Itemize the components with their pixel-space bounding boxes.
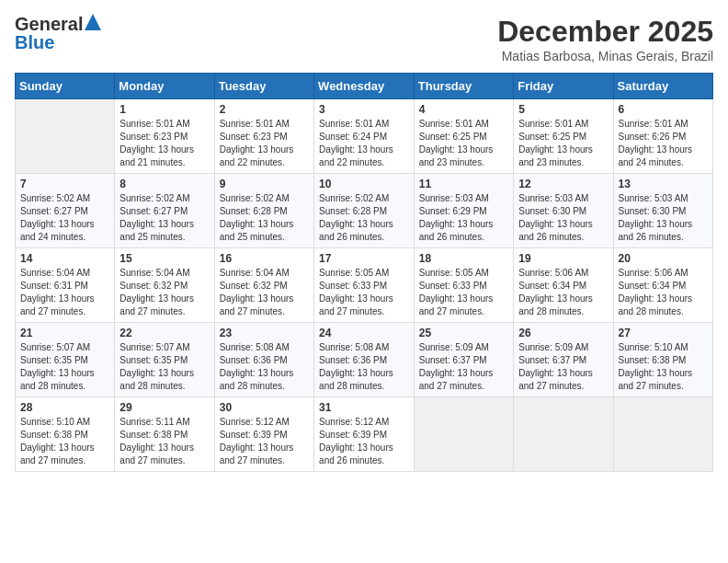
calendar-table: SundayMondayTuesdayWednesdayThursdayFrid… xyxy=(15,73,713,472)
day-number: 1 xyxy=(119,103,209,116)
day-number: 5 xyxy=(518,103,608,116)
day-number: 15 xyxy=(119,252,209,265)
day-number: 21 xyxy=(20,327,109,339)
calendar-day-cell: 4Sunrise: 5:01 AM Sunset: 6:25 PM Daylig… xyxy=(414,99,513,174)
day-info: Sunrise: 5:02 AM Sunset: 6:28 PM Dayligh… xyxy=(220,192,309,244)
calendar-day-cell xyxy=(16,99,115,174)
day-number: 28 xyxy=(20,401,109,414)
day-info: Sunrise: 5:04 AM Sunset: 6:32 PM Dayligh… xyxy=(220,267,309,318)
calendar-day-cell: 13Sunrise: 5:03 AM Sunset: 6:30 PM Dayli… xyxy=(613,174,713,248)
day-number: 17 xyxy=(319,252,409,265)
day-number: 18 xyxy=(419,252,508,265)
day-info: Sunrise: 5:11 AM Sunset: 6:38 PM Dayligh… xyxy=(119,416,209,467)
day-info: Sunrise: 5:03 AM Sunset: 6:30 PM Dayligh… xyxy=(619,192,709,244)
day-number: 10 xyxy=(319,178,409,190)
day-number: 29 xyxy=(119,401,209,414)
calendar-day-cell: 11Sunrise: 5:03 AM Sunset: 6:29 PM Dayli… xyxy=(414,174,513,248)
calendar-day-cell: 28Sunrise: 5:10 AM Sunset: 6:38 PM Dayli… xyxy=(16,397,115,472)
calendar-day-cell: 6Sunrise: 5:01 AM Sunset: 6:26 PM Daylig… xyxy=(613,99,713,174)
day-number: 13 xyxy=(619,178,709,190)
day-number: 20 xyxy=(619,252,709,265)
day-info: Sunrise: 5:01 AM Sunset: 6:23 PM Dayligh… xyxy=(119,118,209,169)
page-header: General Blue December 2025 Matias Barbos… xyxy=(15,15,713,63)
calendar-day-cell: 12Sunrise: 5:03 AM Sunset: 6:30 PM Dayli… xyxy=(514,174,613,248)
weekday-header: Tuesday xyxy=(214,74,313,99)
day-info: Sunrise: 5:04 AM Sunset: 6:31 PM Dayligh… xyxy=(20,267,109,318)
calendar-day-cell: 1Sunrise: 5:01 AM Sunset: 6:23 PM Daylig… xyxy=(115,99,214,174)
calendar-day-cell: 29Sunrise: 5:11 AM Sunset: 6:38 PM Dayli… xyxy=(115,397,214,472)
day-number: 22 xyxy=(119,327,209,339)
day-info: Sunrise: 5:05 AM Sunset: 6:33 PM Dayligh… xyxy=(319,267,409,318)
calendar-day-cell: 31Sunrise: 5:12 AM Sunset: 6:39 PM Dayli… xyxy=(314,397,415,472)
day-info: Sunrise: 5:07 AM Sunset: 6:35 PM Dayligh… xyxy=(20,341,109,393)
day-number: 11 xyxy=(419,178,508,190)
logo-general-text: General xyxy=(15,15,83,33)
day-number: 27 xyxy=(619,327,709,339)
day-info: Sunrise: 5:03 AM Sunset: 6:30 PM Dayligh… xyxy=(518,192,608,244)
day-info: Sunrise: 5:10 AM Sunset: 6:38 PM Dayligh… xyxy=(619,341,709,393)
calendar-week-row: 1Sunrise: 5:01 AM Sunset: 6:23 PM Daylig… xyxy=(16,99,713,174)
day-info: Sunrise: 5:05 AM Sunset: 6:33 PM Dayligh… xyxy=(419,267,508,318)
calendar-week-row: 28Sunrise: 5:10 AM Sunset: 6:38 PM Dayli… xyxy=(16,397,713,472)
calendar-day-cell: 17Sunrise: 5:05 AM Sunset: 6:33 PM Dayli… xyxy=(314,248,415,323)
day-number: 14 xyxy=(20,252,109,265)
calendar-day-cell: 16Sunrise: 5:04 AM Sunset: 6:32 PM Dayli… xyxy=(214,248,313,323)
day-info: Sunrise: 5:01 AM Sunset: 6:24 PM Dayligh… xyxy=(319,118,409,169)
title-block: December 2025 Matias Barbosa, Minas Gera… xyxy=(497,15,713,63)
day-info: Sunrise: 5:09 AM Sunset: 6:37 PM Dayligh… xyxy=(518,341,608,393)
day-info: Sunrise: 5:06 AM Sunset: 6:34 PM Dayligh… xyxy=(518,267,608,318)
calendar-day-cell: 27Sunrise: 5:10 AM Sunset: 6:38 PM Dayli… xyxy=(613,323,713,397)
weekday-header: Friday xyxy=(514,74,613,99)
day-number: 7 xyxy=(20,178,109,190)
day-info: Sunrise: 5:09 AM Sunset: 6:37 PM Dayligh… xyxy=(419,341,508,393)
calendar-day-cell xyxy=(514,397,613,472)
calendar-week-row: 14Sunrise: 5:04 AM Sunset: 6:31 PM Dayli… xyxy=(16,248,713,323)
calendar-week-row: 7Sunrise: 5:02 AM Sunset: 6:27 PM Daylig… xyxy=(16,174,713,248)
calendar-day-cell: 2Sunrise: 5:01 AM Sunset: 6:23 PM Daylig… xyxy=(214,99,313,174)
day-number: 30 xyxy=(220,401,309,414)
day-info: Sunrise: 5:08 AM Sunset: 6:36 PM Dayligh… xyxy=(319,341,409,393)
day-number: 26 xyxy=(518,327,608,339)
day-number: 25 xyxy=(419,327,508,339)
day-info: Sunrise: 5:01 AM Sunset: 6:25 PM Dayligh… xyxy=(518,118,608,169)
weekday-header: Saturday xyxy=(613,74,713,99)
day-number: 2 xyxy=(220,103,309,116)
calendar-day-cell: 14Sunrise: 5:04 AM Sunset: 6:31 PM Dayli… xyxy=(16,248,115,323)
day-number: 4 xyxy=(419,103,508,116)
calendar-day-cell xyxy=(414,397,513,472)
calendar-day-cell xyxy=(613,397,713,472)
calendar-day-cell: 15Sunrise: 5:04 AM Sunset: 6:32 PM Dayli… xyxy=(115,248,214,323)
day-info: Sunrise: 5:02 AM Sunset: 6:27 PM Dayligh… xyxy=(20,192,109,244)
calendar-day-cell: 26Sunrise: 5:09 AM Sunset: 6:37 PM Dayli… xyxy=(514,323,613,397)
calendar-day-cell: 22Sunrise: 5:07 AM Sunset: 6:35 PM Dayli… xyxy=(115,323,214,397)
calendar-day-cell: 8Sunrise: 5:02 AM Sunset: 6:27 PM Daylig… xyxy=(115,174,214,248)
location-subtitle: Matias Barbosa, Minas Gerais, Brazil xyxy=(497,49,713,63)
logo: General Blue xyxy=(15,15,101,52)
day-info: Sunrise: 5:02 AM Sunset: 6:27 PM Dayligh… xyxy=(119,192,209,244)
calendar-day-cell: 24Sunrise: 5:08 AM Sunset: 6:36 PM Dayli… xyxy=(314,323,415,397)
logo-icon xyxy=(85,14,101,30)
calendar-day-cell: 7Sunrise: 5:02 AM Sunset: 6:27 PM Daylig… xyxy=(16,174,115,248)
day-number: 16 xyxy=(220,252,309,265)
calendar-day-cell: 9Sunrise: 5:02 AM Sunset: 6:28 PM Daylig… xyxy=(214,174,313,248)
calendar-day-cell: 19Sunrise: 5:06 AM Sunset: 6:34 PM Dayli… xyxy=(514,248,613,323)
day-info: Sunrise: 5:02 AM Sunset: 6:28 PM Dayligh… xyxy=(319,192,409,244)
day-info: Sunrise: 5:10 AM Sunset: 6:38 PM Dayligh… xyxy=(20,416,109,467)
day-info: Sunrise: 5:07 AM Sunset: 6:35 PM Dayligh… xyxy=(119,341,209,393)
weekday-header: Monday xyxy=(115,74,214,99)
day-number: 8 xyxy=(119,178,209,190)
day-info: Sunrise: 5:12 AM Sunset: 6:39 PM Dayligh… xyxy=(319,416,409,467)
calendar-day-cell: 18Sunrise: 5:05 AM Sunset: 6:33 PM Dayli… xyxy=(414,248,513,323)
logo-blue-text: Blue xyxy=(15,33,101,52)
day-number: 19 xyxy=(518,252,608,265)
day-number: 6 xyxy=(619,103,709,116)
day-info: Sunrise: 5:06 AM Sunset: 6:34 PM Dayligh… xyxy=(619,267,709,318)
svg-marker-0 xyxy=(85,14,101,30)
day-info: Sunrise: 5:08 AM Sunset: 6:36 PM Dayligh… xyxy=(220,341,309,393)
month-title: December 2025 xyxy=(497,15,713,49)
calendar-day-cell: 25Sunrise: 5:09 AM Sunset: 6:37 PM Dayli… xyxy=(414,323,513,397)
day-info: Sunrise: 5:03 AM Sunset: 6:29 PM Dayligh… xyxy=(419,192,508,244)
weekday-header: Sunday xyxy=(16,74,115,99)
calendar-day-cell: 21Sunrise: 5:07 AM Sunset: 6:35 PM Dayli… xyxy=(16,323,115,397)
calendar-header-row: SundayMondayTuesdayWednesdayThursdayFrid… xyxy=(16,74,713,99)
